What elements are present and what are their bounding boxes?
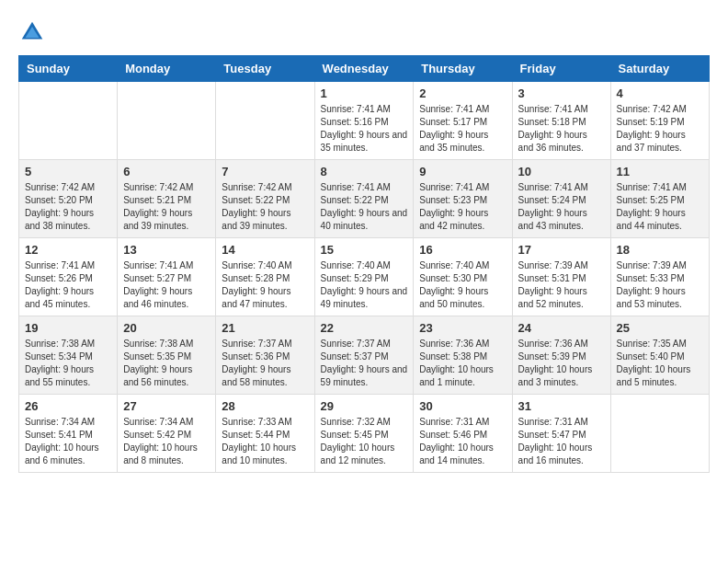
day-info: Sunrise: 7:42 AM Sunset: 5:19 PM Dayligh… bbox=[617, 103, 703, 155]
calendar-cell: 23Sunrise: 7:36 AM Sunset: 5:38 PM Dayli… bbox=[414, 316, 512, 395]
day-number: 10 bbox=[518, 165, 605, 178]
calendar-cell: 27Sunrise: 7:34 AM Sunset: 5:42 PM Dayli… bbox=[118, 395, 216, 473]
day-info: Sunrise: 7:35 AM Sunset: 5:40 PM Dayligh… bbox=[617, 338, 703, 389]
weekday-header-wednesday: Wednesday bbox=[314, 56, 414, 82]
day-number: 7 bbox=[222, 165, 308, 178]
day-number: 13 bbox=[123, 243, 210, 257]
day-number: 15 bbox=[321, 243, 408, 257]
day-number: 12 bbox=[25, 243, 111, 257]
calendar-cell: 24Sunrise: 7:36 AM Sunset: 5:39 PM Dayli… bbox=[512, 316, 610, 395]
day-number: 27 bbox=[123, 399, 210, 413]
day-info: Sunrise: 7:41 AM Sunset: 5:23 PM Dayligh… bbox=[419, 181, 506, 233]
day-number: 19 bbox=[25, 321, 111, 335]
calendar-cell: 1Sunrise: 7:41 AM Sunset: 5:16 PM Daylig… bbox=[314, 82, 414, 160]
calendar-cell bbox=[216, 82, 314, 160]
day-info: Sunrise: 7:38 AM Sunset: 5:34 PM Dayligh… bbox=[25, 338, 111, 389]
day-number: 25 bbox=[617, 321, 703, 335]
day-info: Sunrise: 7:42 AM Sunset: 5:20 PM Dayligh… bbox=[25, 181, 111, 233]
day-number: 5 bbox=[25, 165, 111, 178]
calendar-cell: 5Sunrise: 7:42 AM Sunset: 5:20 PM Daylig… bbox=[19, 160, 118, 238]
day-number: 6 bbox=[123, 165, 210, 178]
day-info: Sunrise: 7:31 AM Sunset: 5:47 PM Dayligh… bbox=[518, 416, 605, 467]
calendar-week-row: 26Sunrise: 7:34 AM Sunset: 5:41 PM Dayli… bbox=[19, 395, 710, 473]
calendar-header: SundayMondayTuesdayWednesdayThursdayFrid… bbox=[19, 56, 710, 82]
day-number: 24 bbox=[518, 321, 605, 335]
day-number: 18 bbox=[617, 243, 703, 257]
calendar-cell: 16Sunrise: 7:40 AM Sunset: 5:30 PM Dayli… bbox=[414, 238, 512, 316]
weekday-header-friday: Friday bbox=[512, 56, 610, 82]
day-number: 22 bbox=[321, 321, 408, 335]
day-info: Sunrise: 7:37 AM Sunset: 5:36 PM Dayligh… bbox=[222, 338, 308, 389]
day-info: Sunrise: 7:41 AM Sunset: 5:25 PM Dayligh… bbox=[617, 181, 703, 233]
day-info: Sunrise: 7:31 AM Sunset: 5:46 PM Dayligh… bbox=[419, 416, 506, 467]
calendar-cell: 19Sunrise: 7:38 AM Sunset: 5:34 PM Dayli… bbox=[19, 316, 118, 395]
calendar-table: SundayMondayTuesdayWednesdayThursdayFrid… bbox=[18, 55, 710, 473]
day-info: Sunrise: 7:41 AM Sunset: 5:27 PM Dayligh… bbox=[123, 259, 210, 311]
day-info: Sunrise: 7:41 AM Sunset: 5:17 PM Dayligh… bbox=[419, 103, 506, 155]
day-number: 1 bbox=[321, 86, 408, 100]
calendar-cell: 3Sunrise: 7:41 AM Sunset: 5:18 PM Daylig… bbox=[512, 82, 610, 160]
day-number: 9 bbox=[419, 165, 506, 178]
calendar-cell: 17Sunrise: 7:39 AM Sunset: 5:31 PM Dayli… bbox=[512, 238, 610, 316]
calendar-cell: 21Sunrise: 7:37 AM Sunset: 5:36 PM Dayli… bbox=[216, 316, 314, 395]
day-info: Sunrise: 7:32 AM Sunset: 5:45 PM Dayligh… bbox=[321, 416, 408, 467]
calendar-cell: 15Sunrise: 7:40 AM Sunset: 5:29 PM Dayli… bbox=[314, 238, 414, 316]
calendar-cell: 20Sunrise: 7:38 AM Sunset: 5:35 PM Dayli… bbox=[118, 316, 216, 395]
day-number: 28 bbox=[222, 399, 308, 413]
calendar-week-row: 19Sunrise: 7:38 AM Sunset: 5:34 PM Dayli… bbox=[19, 316, 710, 395]
calendar-cell bbox=[610, 395, 709, 473]
day-info: Sunrise: 7:39 AM Sunset: 5:31 PM Dayligh… bbox=[518, 259, 605, 311]
logo bbox=[18, 18, 50, 46]
calendar-cell: 22Sunrise: 7:37 AM Sunset: 5:37 PM Dayli… bbox=[314, 316, 414, 395]
day-info: Sunrise: 7:42 AM Sunset: 5:22 PM Dayligh… bbox=[222, 181, 308, 233]
day-info: Sunrise: 7:34 AM Sunset: 5:42 PM Dayligh… bbox=[123, 416, 210, 467]
calendar-cell: 31Sunrise: 7:31 AM Sunset: 5:47 PM Dayli… bbox=[512, 395, 610, 473]
day-info: Sunrise: 7:42 AM Sunset: 5:21 PM Dayligh… bbox=[123, 181, 210, 233]
day-number: 30 bbox=[419, 399, 506, 413]
day-number: 11 bbox=[617, 165, 703, 178]
calendar-cell: 9Sunrise: 7:41 AM Sunset: 5:23 PM Daylig… bbox=[414, 160, 512, 238]
day-number: 17 bbox=[518, 243, 605, 257]
calendar-cell: 11Sunrise: 7:41 AM Sunset: 5:25 PM Dayli… bbox=[610, 160, 709, 238]
calendar-cell: 4Sunrise: 7:42 AM Sunset: 5:19 PM Daylig… bbox=[610, 82, 709, 160]
weekday-header-saturday: Saturday bbox=[610, 56, 709, 82]
day-info: Sunrise: 7:41 AM Sunset: 5:18 PM Dayligh… bbox=[518, 103, 605, 155]
day-number: 29 bbox=[321, 399, 408, 413]
calendar-cell: 6Sunrise: 7:42 AM Sunset: 5:21 PM Daylig… bbox=[118, 160, 216, 238]
day-info: Sunrise: 7:38 AM Sunset: 5:35 PM Dayligh… bbox=[123, 338, 210, 389]
day-number: 31 bbox=[518, 399, 605, 413]
calendar-cell: 30Sunrise: 7:31 AM Sunset: 5:46 PM Dayli… bbox=[414, 395, 512, 473]
logo-icon bbox=[18, 18, 46, 46]
day-info: Sunrise: 7:39 AM Sunset: 5:33 PM Dayligh… bbox=[617, 259, 703, 311]
day-number: 4 bbox=[617, 86, 703, 100]
weekday-header-sunday: Sunday bbox=[19, 56, 118, 82]
calendar-cell: 18Sunrise: 7:39 AM Sunset: 5:33 PM Dayli… bbox=[610, 238, 709, 316]
calendar-cell: 13Sunrise: 7:41 AM Sunset: 5:27 PM Dayli… bbox=[118, 238, 216, 316]
day-number: 16 bbox=[419, 243, 506, 257]
day-info: Sunrise: 7:37 AM Sunset: 5:37 PM Dayligh… bbox=[321, 338, 408, 389]
day-info: Sunrise: 7:36 AM Sunset: 5:39 PM Dayligh… bbox=[518, 338, 605, 389]
day-info: Sunrise: 7:41 AM Sunset: 5:22 PM Dayligh… bbox=[321, 181, 408, 233]
day-info: Sunrise: 7:41 AM Sunset: 5:24 PM Dayligh… bbox=[518, 181, 605, 233]
day-info: Sunrise: 7:40 AM Sunset: 5:28 PM Dayligh… bbox=[222, 259, 308, 311]
day-number: 14 bbox=[222, 243, 308, 257]
page-header bbox=[18, 18, 710, 46]
day-info: Sunrise: 7:36 AM Sunset: 5:38 PM Dayligh… bbox=[419, 338, 506, 389]
day-number: 3 bbox=[518, 86, 605, 100]
day-info: Sunrise: 7:40 AM Sunset: 5:29 PM Dayligh… bbox=[321, 259, 408, 311]
day-info: Sunrise: 7:40 AM Sunset: 5:30 PM Dayligh… bbox=[419, 259, 506, 311]
weekday-header-monday: Monday bbox=[118, 56, 216, 82]
calendar-cell: 14Sunrise: 7:40 AM Sunset: 5:28 PM Dayli… bbox=[216, 238, 314, 316]
day-info: Sunrise: 7:41 AM Sunset: 5:16 PM Dayligh… bbox=[321, 103, 408, 155]
day-info: Sunrise: 7:33 AM Sunset: 5:44 PM Dayligh… bbox=[222, 416, 308, 467]
calendar-cell: 7Sunrise: 7:42 AM Sunset: 5:22 PM Daylig… bbox=[216, 160, 314, 238]
calendar-cell: 28Sunrise: 7:33 AM Sunset: 5:44 PM Dayli… bbox=[216, 395, 314, 473]
calendar-cell: 10Sunrise: 7:41 AM Sunset: 5:24 PM Dayli… bbox=[512, 160, 610, 238]
day-number: 21 bbox=[222, 321, 308, 335]
calendar-cell: 2Sunrise: 7:41 AM Sunset: 5:17 PM Daylig… bbox=[414, 82, 512, 160]
day-info: Sunrise: 7:34 AM Sunset: 5:41 PM Dayligh… bbox=[25, 416, 111, 467]
calendar-cell: 29Sunrise: 7:32 AM Sunset: 5:45 PM Dayli… bbox=[314, 395, 414, 473]
calendar-cell: 8Sunrise: 7:41 AM Sunset: 5:22 PM Daylig… bbox=[314, 160, 414, 238]
calendar-cell: 12Sunrise: 7:41 AM Sunset: 5:26 PM Dayli… bbox=[19, 238, 118, 316]
calendar-cell bbox=[118, 82, 216, 160]
